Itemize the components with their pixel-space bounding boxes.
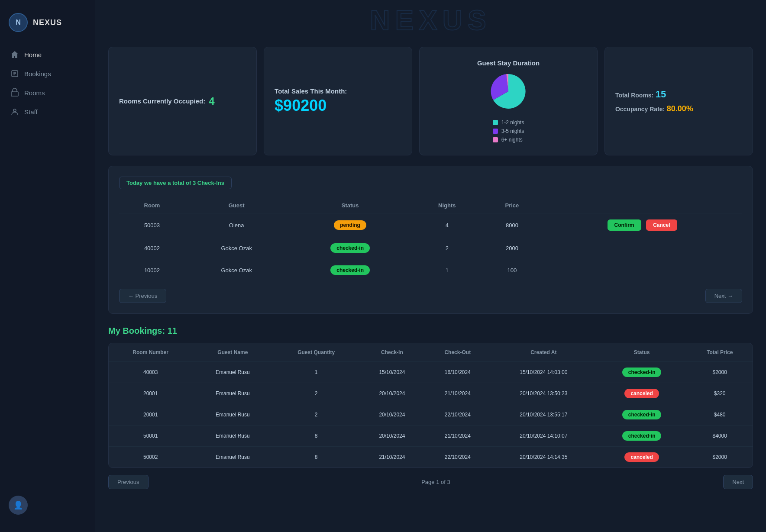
sidebar-item-rooms[interactable]: Rooms — [0, 83, 95, 102]
pie-chart — [489, 72, 528, 111]
status-badge: checked-in — [330, 265, 370, 275]
rooms-value: 4 — [209, 95, 214, 107]
checkin-count: 3 — [193, 180, 196, 186]
bk-checkin: 21/10/2024 — [359, 447, 425, 468]
bk-col-guest: Guest Name — [192, 343, 273, 362]
content-area: Rooms Currently Occupied: 4 Total Sales … — [95, 12, 766, 498]
col-price: Price — [482, 198, 542, 213]
pie-title: Guest Stay Duration — [477, 59, 540, 67]
stats-row: Rooms Currently Occupied: 4 Total Sales … — [108, 47, 753, 155]
bookings-next-button[interactable]: Next — [723, 475, 753, 489]
checkin-row: 10002 Gokce Ozak checked-in 1 100 — [119, 259, 742, 281]
svg-point-5 — [13, 109, 16, 112]
bk-price: $2000 — [687, 362, 753, 383]
bk-col-price: Total Price — [687, 343, 753, 362]
checkins-next-button[interactable]: Next → — [705, 289, 742, 303]
nights-cell: 1 — [412, 259, 482, 281]
price-cell: 8000 — [482, 213, 542, 237]
bk-guest: Emanuel Rusu — [192, 404, 273, 426]
room-cell: 40002 — [119, 237, 185, 259]
bk-col-checkin: Check-In — [359, 343, 425, 362]
sidebar: N NEXUS Home Bookings Rooms Staff 👤 — [0, 0, 95, 532]
bookings-prev-button[interactable]: Previous — [108, 475, 149, 489]
nights-cell: 2 — [412, 237, 482, 259]
status-badge: pending — [334, 220, 366, 230]
bk-room: 20001 — [109, 383, 192, 404]
bookings-title: My Bookings: 11 — [108, 326, 753, 336]
legend-dot-3-5 — [493, 129, 498, 134]
legend-dot-6plus — [493, 137, 498, 142]
status-badge: checked-in — [330, 243, 370, 253]
booking-row: 50002 Emanuel Rusu 8 21/10/2024 22/10/20… — [109, 447, 753, 468]
bk-col-created: Created At — [491, 343, 597, 362]
status-badge: checked-in — [622, 410, 662, 419]
main-content: NEXUS Rooms Currently Occupied: 4 Total … — [95, 0, 766, 532]
legend-item-6plus: 6+ nights — [493, 137, 524, 143]
total-rooms-label: Total Rooms: — [615, 92, 653, 99]
sidebar-label-bookings: Bookings — [24, 70, 51, 77]
status-badge: checked-in — [622, 368, 662, 377]
sidebar-item-staff[interactable]: Staff — [0, 102, 95, 121]
home-icon — [10, 50, 19, 59]
stat-rooms-card: Rooms Currently Occupied: 4 — [108, 47, 257, 155]
status-cell: pending — [288, 213, 412, 237]
cancel-button[interactable]: Cancel — [646, 219, 677, 231]
bk-price: $4000 — [687, 426, 753, 447]
legend-item-1-2: 1-2 nights — [493, 119, 524, 126]
bk-room: 50001 — [109, 426, 192, 447]
checkin-badge-suffix: Check-Ins — [197, 180, 224, 186]
col-guest: Guest — [185, 198, 288, 213]
bookings-title-text: My Bookings: — [108, 326, 165, 335]
bk-checkin: 20/10/2024 — [359, 404, 425, 426]
legend-dot-1-2 — [493, 120, 498, 125]
sidebar-label-home: Home — [24, 51, 42, 58]
bk-room: 20001 — [109, 404, 192, 426]
room-cell: 10002 — [119, 259, 185, 281]
avatar: 👤 — [9, 496, 28, 515]
bk-checkout: 22/10/2024 — [425, 447, 491, 468]
status-cell: checked-in — [288, 237, 412, 259]
bookings-table: Room Number Guest Name Guest Quantity Ch… — [109, 343, 753, 468]
checkins-prev-button[interactable]: ← Previous — [119, 289, 166, 303]
sales-label: Total Sales This Month: — [275, 87, 347, 95]
app-name: NEXUS — [33, 18, 62, 27]
confirm-button[interactable]: Confirm — [608, 219, 641, 231]
sidebar-item-home[interactable]: Home — [0, 45, 95, 64]
bk-created: 20/10/2024 14:14:35 — [491, 447, 597, 468]
bk-status: canceled — [597, 447, 687, 468]
actions-cell — [542, 259, 742, 281]
rooms-label: Rooms Currently Occupied: — [119, 97, 205, 105]
sidebar-label-staff: Staff — [24, 108, 38, 116]
bk-col-room: Room Number — [109, 343, 192, 362]
checkins-pagination: ← Previous Next → — [119, 289, 742, 303]
bookings-table-wrap: Room Number Guest Name Guest Quantity Ch… — [108, 343, 753, 468]
page-info: Page 1 of 3 — [421, 479, 450, 485]
bookings-count: 11 — [168, 326, 177, 335]
stat-stay-card: Guest Stay Duration 1-2 nights — [419, 47, 598, 155]
checkin-row: 50003 Olena pending 4 8000 Confirm Cance… — [119, 213, 742, 237]
bookings-pagination: Previous Page 1 of 3 Next — [108, 475, 753, 489]
room-cell: 50003 — [119, 213, 185, 237]
status-badge: canceled — [624, 389, 659, 398]
sidebar-item-bookings[interactable]: Bookings — [0, 64, 95, 83]
bk-guest: Emanuel Rusu — [192, 447, 273, 468]
price-cell: 2000 — [482, 237, 542, 259]
bk-created: 20/10/2024 13:55:17 — [491, 404, 597, 426]
bk-status: checked-in — [597, 404, 687, 426]
bk-created: 20/10/2024 13:50:23 — [491, 383, 597, 404]
bk-price: $480 — [687, 404, 753, 426]
bk-checkin: 20/10/2024 — [359, 426, 425, 447]
bk-price: $320 — [687, 383, 753, 404]
bk-col-status: Status — [597, 343, 687, 362]
bk-qty: 8 — [273, 447, 359, 468]
guest-cell: Olena — [185, 213, 288, 237]
status-badge: checked-in — [622, 431, 662, 441]
col-nights: Nights — [412, 198, 482, 213]
pie-container: Guest Stay Duration — [477, 59, 540, 111]
booking-row: 20001 Emanuel Rusu 2 20/10/2024 21/10/20… — [109, 383, 753, 404]
booking-row: 40003 Emanuel Rusu 1 15/10/2024 16/10/20… — [109, 362, 753, 383]
status-cell: checked-in — [288, 259, 412, 281]
watermark: NEXUS — [95, 0, 766, 36]
legend-label-6plus: 6+ nights — [501, 137, 523, 143]
occupancy-rate-value: 80.00% — [667, 104, 693, 113]
